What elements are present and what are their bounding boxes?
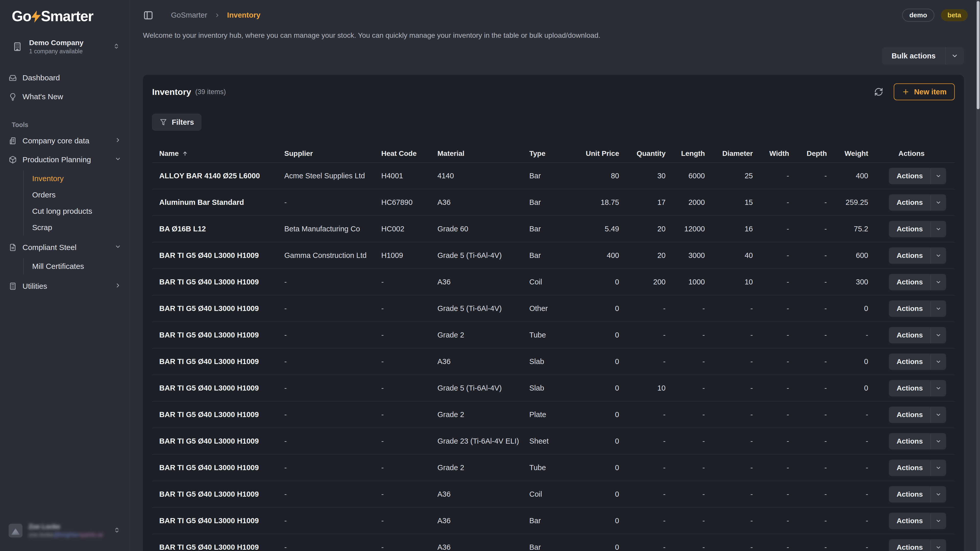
actions-caret[interactable] <box>931 300 946 317</box>
column-header-length[interactable]: Length <box>666 149 705 158</box>
column-header-supplier[interactable]: Supplier <box>277 149 374 158</box>
column-header-heat_code[interactable]: Heat Code <box>374 149 430 158</box>
sidebar-item-company-core-data[interactable]: Company core data <box>5 132 125 149</box>
row-actions-button[interactable]: Actions <box>889 407 946 423</box>
bulk-actions-caret[interactable] <box>945 47 964 65</box>
row-actions-button[interactable]: Actions <box>889 460 946 476</box>
table-row[interactable]: BAR TI G5 Ø40 L3000 H1009 - - A36 Slab 0… <box>152 348 955 375</box>
actions-caret[interactable] <box>931 433 946 449</box>
actions-label[interactable]: Actions <box>889 300 931 317</box>
sidebar-item-dashboard[interactable]: Dashboard <box>5 69 125 86</box>
sidebar-item-whats-new[interactable]: What's New <box>5 88 125 105</box>
actions-label[interactable]: Actions <box>889 168 931 184</box>
table-row[interactable]: BAR TI G5 Ø40 L3000 H1009 - - A36 Bar 0 … <box>152 534 955 551</box>
table-row[interactable]: BA Ø16B L12 Beta Manufacturing Co HC002 … <box>152 216 955 242</box>
actions-label[interactable]: Actions <box>889 407 931 423</box>
sidebar-item-mill-certificates[interactable]: Mill Certificates <box>24 258 125 275</box>
bulk-actions-button[interactable]: Bulk actions <box>882 47 964 65</box>
sidebar-item-utilities[interactable]: Utilities <box>5 278 125 295</box>
actions-caret[interactable] <box>931 221 946 237</box>
table-row[interactable]: BAR TI G5 Ø40 L3000 H1009 - - Grade 2 Tu… <box>152 454 955 481</box>
row-actions-button[interactable]: Actions <box>889 248 946 264</box>
row-actions-button[interactable]: Actions <box>889 433 946 449</box>
actions-label[interactable]: Actions <box>889 274 931 290</box>
actions-label[interactable]: Actions <box>889 513 931 529</box>
table-row[interactable]: BAR TI G5 Ø40 L3000 H1009 - - Grade 23 (… <box>152 428 955 454</box>
table-row[interactable]: BAR TI G5 Ø40 L3000 H1009 - - Grade 5 (T… <box>152 295 955 322</box>
row-actions-button[interactable]: Actions <box>889 168 946 184</box>
actions-caret[interactable] <box>931 354 946 370</box>
sidebar-item-orders[interactable]: Orders <box>24 187 125 203</box>
refresh-button[interactable] <box>874 87 883 97</box>
row-actions-button[interactable]: Actions <box>889 354 946 370</box>
actions-caret[interactable] <box>931 486 946 503</box>
filters-button[interactable]: Filters <box>152 114 201 130</box>
column-header-quantity[interactable]: Quantity <box>619 149 666 158</box>
sidebar-toggle-button[interactable] <box>143 10 154 21</box>
table-row[interactable]: Aluminum Bar Standard - HC67890 A36 Bar … <box>152 189 955 216</box>
sidebar-item-inventory[interactable]: Inventory <box>24 170 125 187</box>
sidebar-item-compliant-steel[interactable]: Compliant Steel <box>5 239 125 256</box>
actions-label[interactable]: Actions <box>889 194 931 211</box>
actions-caret[interactable] <box>931 539 946 551</box>
actions-caret[interactable] <box>931 248 946 264</box>
column-header-actions[interactable]: Actions <box>868 149 955 158</box>
row-actions-button[interactable]: Actions <box>889 300 946 317</box>
row-actions-button[interactable]: Actions <box>889 194 946 211</box>
table-row[interactable]: BAR TI G5 Ø40 L3000 H1009 - - Grade 5 (T… <box>152 375 955 402</box>
sidebar-item-production-planning[interactable]: Production Planning <box>5 151 125 168</box>
table-row[interactable]: BAR TI G5 Ø40 L3000 H1009 - - Grade 2 Pl… <box>152 402 955 428</box>
table-row[interactable]: BAR TI G5 Ø40 L3000 H1009 - - A36 Coil 0… <box>152 481 955 508</box>
actions-label[interactable]: Actions <box>889 221 931 237</box>
cell-quantity: - <box>619 490 666 499</box>
column-header-type[interactable]: Type <box>522 149 568 158</box>
cell-name: BAR TI G5 Ø40 L3000 H1009 <box>152 357 277 366</box>
table-row[interactable]: BAR TI G5 Ø40 L3000 H1009 - - A36 Coil 0… <box>152 269 955 295</box>
cell-quantity: 200 <box>619 278 666 286</box>
column-header-width[interactable]: Width <box>753 149 789 158</box>
column-header-depth[interactable]: Depth <box>789 149 827 158</box>
table-row[interactable]: BAR TI G5 Ø40 L3000 H1009 - - Grade 2 Tu… <box>152 322 955 348</box>
row-actions-button[interactable]: Actions <box>889 327 946 343</box>
actions-caret[interactable] <box>931 168 946 184</box>
table-row[interactable]: BAR TI G5 Ø40 L3000 H1009 Gamma Construc… <box>152 242 955 269</box>
page-scrollbar[interactable] <box>976 0 980 551</box>
column-header-unit_price[interactable]: Unit Price <box>568 149 619 158</box>
actions-label[interactable]: Actions <box>889 486 931 503</box>
table-row[interactable]: BAR TI G5 Ø40 L3000 H1009 - - A36 Bar 0 … <box>152 508 955 534</box>
row-actions-button[interactable]: Actions <box>889 221 946 237</box>
actions-label[interactable]: Actions <box>889 380 931 396</box>
actions-label[interactable]: Actions <box>889 354 931 370</box>
actions-label[interactable]: Actions <box>889 248 931 264</box>
column-header-material[interactable]: Material <box>430 149 522 158</box>
actions-label[interactable]: Actions <box>889 327 931 343</box>
row-actions-button[interactable]: Actions <box>889 513 946 529</box>
row-actions-button[interactable]: Actions <box>889 539 946 551</box>
actions-caret[interactable] <box>931 407 946 423</box>
actions-caret[interactable] <box>931 274 946 290</box>
actions-label[interactable]: Actions <box>889 433 931 449</box>
actions-caret[interactable] <box>931 194 946 211</box>
bulk-actions-label[interactable]: Bulk actions <box>882 47 945 65</box>
sidebar-item-scrap[interactable]: Scrap <box>24 219 125 236</box>
actions-label[interactable]: Actions <box>889 460 931 476</box>
actions-caret[interactable] <box>931 513 946 529</box>
company-switcher[interactable]: Demo Company 1 company available <box>5 35 125 58</box>
actions-label[interactable]: Actions <box>889 539 931 551</box>
row-actions-button[interactable]: Actions <box>889 380 946 396</box>
actions-caret[interactable] <box>931 460 946 476</box>
sidebar-item-cut-long-products[interactable]: Cut long products <box>24 203 125 219</box>
row-actions-button[interactable]: Actions <box>889 274 946 290</box>
breadcrumb-root[interactable]: GoSmarter <box>171 11 207 19</box>
new-item-button[interactable]: New item <box>894 83 955 100</box>
actions-caret[interactable] <box>931 380 946 396</box>
funnel-icon <box>159 118 167 126</box>
row-actions-button[interactable]: Actions <box>889 486 946 503</box>
scrollbar-thumb[interactable] <box>977 1 980 109</box>
actions-caret[interactable] <box>931 327 946 343</box>
column-header-name[interactable]: Name <box>152 149 277 158</box>
column-header-diameter[interactable]: Diameter <box>705 149 753 158</box>
column-header-weight[interactable]: Weight <box>827 149 868 158</box>
user-menu[interactable]: Zoe Locke zoe.locke@brightersparks.ai <box>5 520 125 541</box>
table-row[interactable]: ALLOY BAR 4140 Ø25 L6000 Acme Steel Supp… <box>152 163 955 189</box>
